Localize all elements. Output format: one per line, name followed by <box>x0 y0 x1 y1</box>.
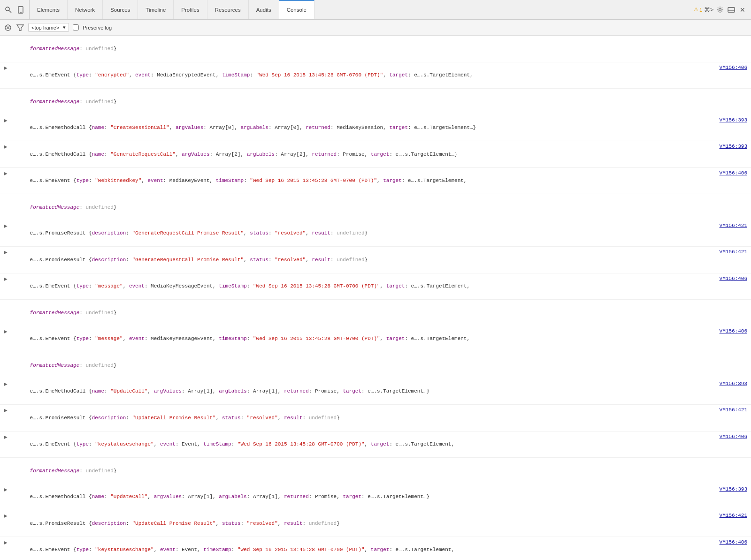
source-2[interactable]: VM156:406 <box>720 64 747 72</box>
expand-arrow-8[interactable]: ▶ <box>4 275 8 282</box>
tab-console[interactable]: Console <box>279 0 314 19</box>
expand-arrow-6[interactable]: ▶ <box>4 222 8 229</box>
expand-arrow-3[interactable]: ▶ <box>4 117 8 124</box>
console-entry-15[interactable]: ▶ e….s.EmeEvent {type: "keystatuseschang… <box>0 537 751 560</box>
source-13[interactable]: VM156:393 <box>720 485 747 493</box>
expand-arrow-9[interactable]: ▶ <box>4 328 8 335</box>
toolbar-right: ⚠ 1 ⌘> ✕ <box>690 0 751 19</box>
svg-point-4 <box>719 8 721 11</box>
tab-timeline[interactable]: Timeline <box>138 0 174 19</box>
expand-arrow-10[interactable]: ▶ <box>4 380 8 387</box>
console-entry-12-cont: formattedMessage: undefined} <box>0 458 751 484</box>
source-4[interactable]: VM156:393 <box>720 143 747 151</box>
source-6[interactable]: VM156:421 <box>720 222 747 230</box>
frame-label: <top frame> <box>31 25 59 30</box>
filter-icon[interactable] <box>16 23 24 32</box>
source-8[interactable]: VM156:406 <box>720 275 747 283</box>
settings-icon[interactable] <box>715 5 725 15</box>
svg-marker-10 <box>17 25 23 30</box>
tab-resources[interactable]: Resources <box>207 0 249 19</box>
svg-line-1 <box>9 10 12 13</box>
svg-point-0 <box>6 7 9 11</box>
warning-badge[interactable]: ⚠ 1 <box>694 7 702 13</box>
close-icon[interactable]: ✕ <box>738 5 747 15</box>
expand-arrow-12[interactable]: ▶ <box>4 433 8 440</box>
expand-arrow-13[interactable]: ▶ <box>4 486 8 493</box>
console-entry-6[interactable]: ▶ e….s.PromiseResult {description: "Gene… <box>0 220 751 247</box>
inspect-icon[interactable] <box>4 5 13 15</box>
console-entry-4[interactable]: ▶ e….s.EmeMethodCall {name: "GenerateReq… <box>0 141 751 168</box>
svg-rect-5 <box>728 8 735 12</box>
terminal-icon[interactable]: ⌘> <box>704 5 713 15</box>
device-icon[interactable] <box>16 5 25 15</box>
frame-dropdown-icon: ▾ <box>63 24 66 30</box>
source-10[interactable]: VM156:393 <box>720 380 747 388</box>
preserve-log-checkbox[interactable] <box>73 24 79 30</box>
console-entry-9[interactable]: ▶ e….s.EmeEvent {type: "message", event:… <box>0 326 751 353</box>
console-entry-13[interactable]: ▶ e….s.EmeMethodCall {name: "UpdateCall"… <box>0 484 751 511</box>
source-14[interactable]: VM156:421 <box>720 512 747 520</box>
source-12[interactable]: VM156:406 <box>720 433 747 441</box>
console-entry-12[interactable]: ▶ e….s.EmeEvent {type: "keystatuseschang… <box>0 431 751 458</box>
console-entry-14[interactable]: ▶ e….s.PromiseResult {description: "Upda… <box>0 510 751 537</box>
toolbar-icons <box>0 0 30 19</box>
expand-arrow-11[interactable]: ▶ <box>4 407 8 414</box>
console-content: formattedMessage: undefined} ▶ e….s.EmeE… <box>0 36 751 560</box>
source-15[interactable]: VM156:406 <box>720 538 747 546</box>
expand-arrow-2[interactable]: ▶ <box>4 64 8 71</box>
expand-arrow-5[interactable]: ▶ <box>4 170 8 177</box>
console-toolbar: <top frame> ▾ Preserve log <box>0 20 751 36</box>
expand-arrow-7[interactable]: ▶ <box>4 249 8 256</box>
preserve-log-label[interactable]: Preserve log <box>73 24 112 30</box>
console-entry-8[interactable]: ▶ e….s.EmeEvent {type: "message", event:… <box>0 273 751 300</box>
console-entry-5-cont: formattedMessage: undefined} <box>0 194 751 220</box>
console-entry-10[interactable]: ▶ e….s.EmeMethodCall {name: "UpdateCall"… <box>0 378 751 405</box>
frame-selector[interactable]: <top frame> ▾ <box>28 23 69 32</box>
expand-arrow-14[interactable]: ▶ <box>4 512 8 519</box>
clear-console-icon[interactable] <box>4 23 12 32</box>
source-11[interactable]: VM156:421 <box>720 406 747 414</box>
source-5[interactable]: VM156:406 <box>720 169 747 177</box>
console-entry-7[interactable]: ▶ e….s.PromiseResult {description: "Gene… <box>0 247 751 273</box>
console-entry-8-cont: formattedMessage: undefined} <box>0 300 751 326</box>
tab-elements[interactable]: Elements <box>30 0 68 19</box>
tabs-container: Elements Network Sources Timeline Profil… <box>30 0 690 19</box>
console-entry-2[interactable]: ▶ e….s.EmeEvent {type: "encrypted", even… <box>0 62 751 89</box>
tab-sources[interactable]: Sources <box>103 0 138 19</box>
source-9[interactable]: VM156:406 <box>720 327 747 335</box>
tab-network[interactable]: Network <box>68 0 103 19</box>
dock-icon[interactable] <box>727 5 736 15</box>
expand-arrow-15[interactable]: ▶ <box>4 539 8 546</box>
source-7[interactable]: VM156:421 <box>720 248 747 256</box>
console-entry-9-cont: formattedMessage: undefined} <box>0 352 751 378</box>
devtools-toolbar: Elements Network Sources Timeline Profil… <box>0 0 751 20</box>
console-entry-5[interactable]: ▶ e….s.EmeEvent {type: "webkitneedkey", … <box>0 168 751 195</box>
warning-icon: ⚠ <box>694 7 698 13</box>
source-3[interactable]: VM156:393 <box>720 116 747 124</box>
tab-audits[interactable]: Audits <box>249 0 279 19</box>
console-entry-11[interactable]: ▶ e….s.PromiseResult {description: "Upda… <box>0 405 751 431</box>
console-entry-3[interactable]: ▶ e….s.EmeMethodCall {name: "CreateSessi… <box>0 115 751 142</box>
console-entry-continuation-0: formattedMessage: undefined} <box>0 36 751 62</box>
tab-profiles[interactable]: Profiles <box>174 0 207 19</box>
expand-arrow-4[interactable]: ▶ <box>4 143 8 150</box>
console-entry-2-cont: formattedMessage: undefined} <box>0 89 751 115</box>
